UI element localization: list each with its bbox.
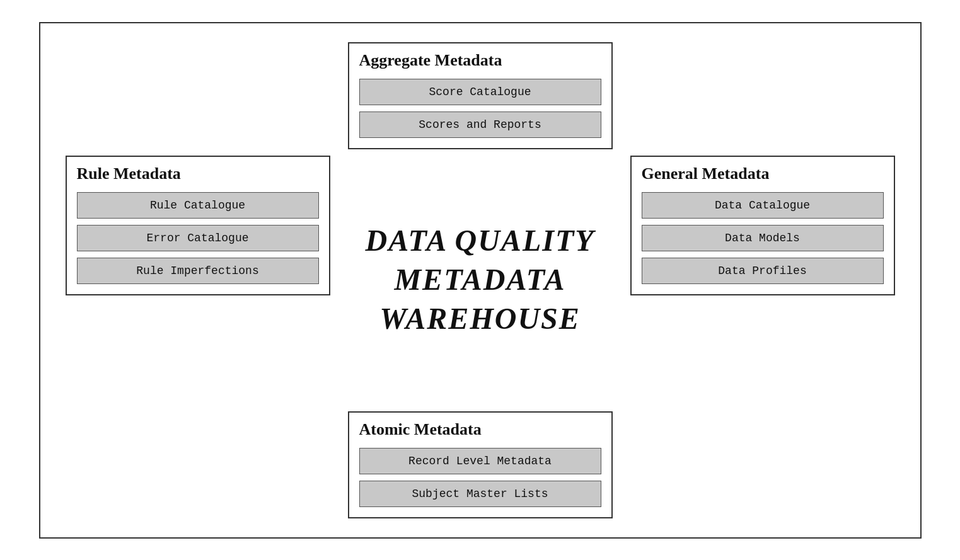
atomic-item-subject-master-lists: Subject Master Lists: [359, 481, 601, 507]
rule-metadata-box: Rule Metadata Rule Catalogue Error Catal…: [66, 156, 330, 295]
general-item-data-profiles: Data Profiles: [642, 258, 884, 284]
center-dqmw-label: DATA QUALITY METADATA WAREHOUSE: [365, 221, 594, 339]
atomic-metadata-box: Atomic Metadata Record Level Metadata Su…: [348, 411, 613, 518]
atomic-item-record-level-metadata: Record Level Metadata: [359, 448, 601, 474]
general-item-data-catalogue: Data Catalogue: [642, 192, 884, 219]
rule-item-rule-imperfections: Rule Imperfections: [77, 258, 319, 284]
general-item-data-models: Data Models: [642, 225, 884, 251]
aggregate-metadata-title: Aggregate Metadata: [359, 51, 601, 70]
rule-item-error-catalogue: Error Catalogue: [77, 225, 319, 251]
general-metadata-box: General Metadata Data Catalogue Data Mod…: [630, 156, 895, 295]
aggregate-item-score-catalogue: Score Catalogue: [359, 79, 601, 105]
center-line2: METADATA: [394, 263, 565, 296]
center-line1: DATA QUALITY: [365, 224, 594, 257]
aggregate-item-scores-and-reports: Scores and Reports: [359, 111, 601, 138]
atomic-metadata-title: Atomic Metadata: [359, 420, 601, 439]
rule-item-rule-catalogue: Rule Catalogue: [77, 192, 319, 219]
aggregate-metadata-box: Aggregate Metadata Score Catalogue Score…: [348, 42, 613, 149]
rule-metadata-title: Rule Metadata: [77, 164, 319, 183]
outer-container: DATA QUALITY METADATA WAREHOUSE Aggregat…: [39, 22, 922, 539]
general-metadata-title: General Metadata: [642, 164, 884, 183]
center-line3: WAREHOUSE: [379, 302, 581, 336]
